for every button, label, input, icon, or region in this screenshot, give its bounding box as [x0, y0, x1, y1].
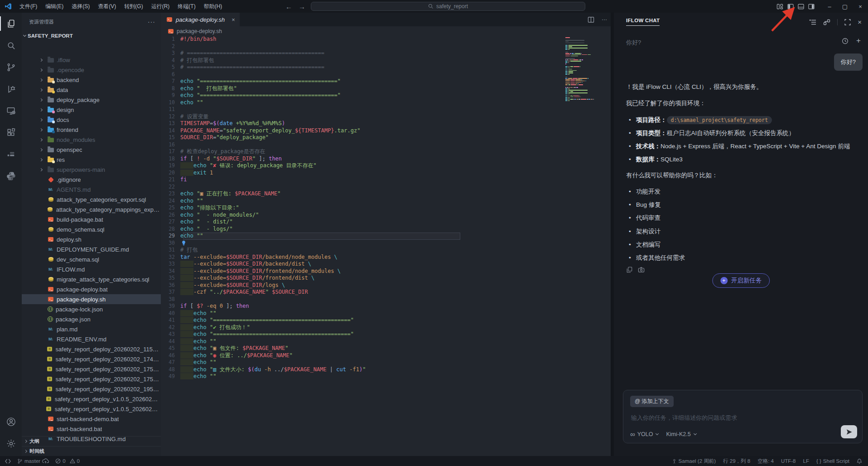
- copy-message-icon[interactable]: [626, 267, 632, 273]
- git-blame-status[interactable]: Samael (2 周前): [669, 458, 719, 465]
- tree-item-res[interactable]: res: [22, 155, 161, 165]
- breadcrumb[interactable]: ›_ package-deploy.sh: [161, 26, 611, 36]
- tree-item-build-package.bat[interactable]: ›_build-package.bat: [22, 214, 161, 224]
- command-center-search[interactable]: safety_report: [311, 2, 585, 11]
- window-minimize-button[interactable]: –: [822, 0, 837, 13]
- tree-item-safety_report_deploy_20260202_175612.tar.gz[interactable]: ≡safety_report_deploy_20260202_175612.ta…: [22, 374, 161, 384]
- timeline-section[interactable]: 时间线: [22, 446, 161, 456]
- tree-item-package-lock.json[interactable]: {}package-lock.json: [22, 304, 161, 314]
- iflow-chat-tab[interactable]: IFLOW CHAT: [626, 18, 660, 26]
- tree-item-safety_report_deploy_v1.0.5_20260210_180122.tar.gz[interactable]: ≡safety_report_deploy_v1.0.5_20260210_18…: [22, 394, 161, 404]
- activity-python-icon[interactable]: [0, 165, 22, 187]
- expand-panel-icon[interactable]: [844, 19, 851, 25]
- eol-status[interactable]: LF: [800, 458, 812, 464]
- tree-item-frontend[interactable]: frontend: [22, 125, 161, 135]
- new-task-button[interactable]: + 开启新任务: [712, 273, 770, 288]
- tree-item-demo_schema.sql[interactable]: demo_schema.sql: [22, 224, 161, 234]
- flow-settings-icon[interactable]: [823, 19, 830, 25]
- tab-close-icon[interactable]: ×: [231, 16, 235, 23]
- tree-item-start-backend.bat[interactable]: ›_start-backend.bat: [22, 424, 161, 434]
- nav-forward-icon[interactable]: →: [299, 3, 305, 10]
- tree-item-.iflow[interactable]: .iflow: [22, 55, 161, 65]
- tree-item-package-deploy.bat[interactable]: ›_package-deploy.bat: [22, 284, 161, 294]
- tree-item-openspec[interactable]: openspec: [22, 145, 161, 155]
- explorer-root-folder[interactable]: SAFETY_REPORT: [22, 31, 161, 41]
- outline-section[interactable]: 大纲: [22, 436, 161, 446]
- tree-item-deploy.sh[interactable]: ›_deploy.sh: [22, 234, 161, 244]
- explorer-more-actions-icon[interactable]: ···: [148, 18, 155, 25]
- tree-item-dev_schema.sql[interactable]: dev_schema.sql: [22, 254, 161, 264]
- menu-item[interactable]: 终端(T): [174, 0, 199, 13]
- indentation-status[interactable]: 空格: 4: [754, 458, 777, 465]
- code-editor[interactable]: 1#!/bin/bash23# ========================…: [161, 36, 611, 380]
- tree-item-.opencode[interactable]: .opencode: [22, 65, 161, 75]
- toggle-secondary-sidebar-icon[interactable]: [806, 0, 816, 13]
- settings-gear-icon[interactable]: [0, 432, 22, 454]
- minimap[interactable]: [565, 37, 602, 114]
- activity-explorer-icon[interactable]: [0, 13, 22, 34]
- tree-item-safety_report_deploy_20260202_195155.tar.gz[interactable]: ≡safety_report_deploy_20260202_195155.ta…: [22, 384, 161, 394]
- window-restore-button[interactable]: ▢: [837, 0, 853, 13]
- activity-remote-explorer-icon[interactable]: [0, 100, 22, 121]
- screenshot-camera-icon[interactable]: [638, 267, 645, 273]
- tree-item-safety_report_deploy_20260202_174544.tar.gz[interactable]: ≡safety_report_deploy_20260202_174544.ta…: [22, 354, 161, 364]
- encoding-status[interactable]: UTF-8: [778, 458, 799, 464]
- remote-indicator[interactable]: [2, 459, 14, 464]
- model-selector[interactable]: Kimi-K2.5: [666, 431, 697, 437]
- cursor-position-status[interactable]: 行 29，列 8: [720, 458, 753, 465]
- tree-item-plan.md[interactable]: M↓plan.md: [22, 324, 161, 334]
- tree-item-AGENTS.md[interactable]: M↓AGENTS.md: [22, 184, 161, 194]
- problems-status[interactable]: 0 0: [52, 458, 83, 464]
- activity-search-icon[interactable]: [0, 34, 22, 56]
- new-chat-plus-icon[interactable]: +: [856, 38, 861, 44]
- menu-item[interactable]: 转到(G): [120, 0, 147, 13]
- editor-more-actions-icon[interactable]: ···: [602, 16, 607, 23]
- account-icon[interactable]: [0, 411, 22, 432]
- session-title[interactable]: 你好?: [626, 39, 641, 47]
- tab-package-deploy-sh[interactable]: ›_ package-deploy.sh ×: [161, 13, 240, 26]
- menu-item[interactable]: 选择(S): [68, 0, 94, 13]
- send-button[interactable]: [841, 425, 857, 438]
- history-clock-icon[interactable]: [842, 38, 849, 44]
- activity-run-debug-icon[interactable]: [0, 78, 22, 100]
- menu-item[interactable]: 文件(F): [15, 0, 41, 13]
- session-list-icon[interactable]: [809, 19, 816, 25]
- yolo-mode-selector[interactable]: ∞YOLO: [630, 430, 659, 438]
- tree-item-backend[interactable]: backend: [22, 75, 161, 85]
- menu-item[interactable]: 查看(V): [94, 0, 120, 13]
- activity-source-control-icon[interactable]: [0, 56, 22, 78]
- tree-item-start-backend-demo.bat[interactable]: ›_start-backend-demo.bat: [22, 414, 161, 424]
- tree-item-DEPLOYMENT_GUIDE.md[interactable]: M↓DEPLOYMENT_GUIDE.md: [22, 244, 161, 254]
- menu-item[interactable]: 运行(R): [147, 0, 174, 13]
- tree-item-design[interactable]: design: [22, 105, 161, 115]
- tree-item-README_ENV.md[interactable]: M↓README_ENV.md: [22, 334, 161, 344]
- tree-item-superpowers-main[interactable]: superpowers-main: [22, 165, 161, 175]
- tree-item-safety_report_deploy_20260202_175214.tar.gz[interactable]: ≡safety_report_deploy_20260202_175214.ta…: [22, 364, 161, 374]
- add-context-chip[interactable]: @ 添加上下文: [630, 396, 674, 407]
- notifications-bell-icon[interactable]: [854, 458, 865, 464]
- tree-item-attack_type_categories_export.sql[interactable]: attack_type_categories_export.sql: [22, 194, 161, 204]
- activity-iflow-icon[interactable]: [0, 143, 22, 165]
- tree-item-node_modules[interactable]: node_modules: [22, 135, 161, 145]
- tree-item-IFLOW.md[interactable]: M↓IFLOW.md: [22, 264, 161, 274]
- tree-item-package-deploy.sh[interactable]: ›_package-deploy.sh: [22, 294, 161, 304]
- menu-item[interactable]: 帮助(H): [200, 0, 227, 13]
- tree-item-migrate_attack_type_categories.sql[interactable]: migrate_attack_type_categories.sql: [22, 274, 161, 284]
- menu-item[interactable]: 编辑(E): [41, 0, 68, 13]
- tree-item-attack_type_category_mappings_export.sql[interactable]: attack_type_category_mappings_export.sql: [22, 204, 161, 214]
- tree-item-data[interactable]: data: [22, 85, 161, 95]
- tree-item-docs[interactable]: docs: [22, 115, 161, 125]
- git-branch-status[interactable]: master: [14, 458, 52, 464]
- panel-sash[interactable]: [611, 13, 614, 456]
- tree-item-safety_report_deploy_v1.0.5_20260210_182614.tar.gz[interactable]: ≡safety_report_deploy_v1.0.5_20260210_18…: [22, 404, 161, 414]
- tree-item-safety_report_deploy_20260202_115053.tar.gz[interactable]: ≡safety_report_deploy_20260202_115053.ta…: [22, 344, 161, 354]
- tree-item-deploy_package[interactable]: deploy_package: [22, 95, 161, 105]
- tree-item-.gitignore[interactable]: .gitignore: [22, 175, 161, 184]
- language-mode-status[interactable]: { }Shell Script: [813, 458, 853, 464]
- activity-extensions-icon[interactable]: [0, 121, 22, 143]
- nav-back-icon[interactable]: ←: [285, 3, 292, 10]
- window-close-button[interactable]: ×: [853, 0, 868, 13]
- chat-input-box[interactable]: @ 添加上下文 输入你的任务，详细描述你的问题或需求 ∞YOLO Kimi-K2…: [623, 390, 863, 443]
- tree-item-package.json[interactable]: {}package.json: [22, 314, 161, 324]
- lightbulb-icon[interactable]: [181, 240, 186, 246]
